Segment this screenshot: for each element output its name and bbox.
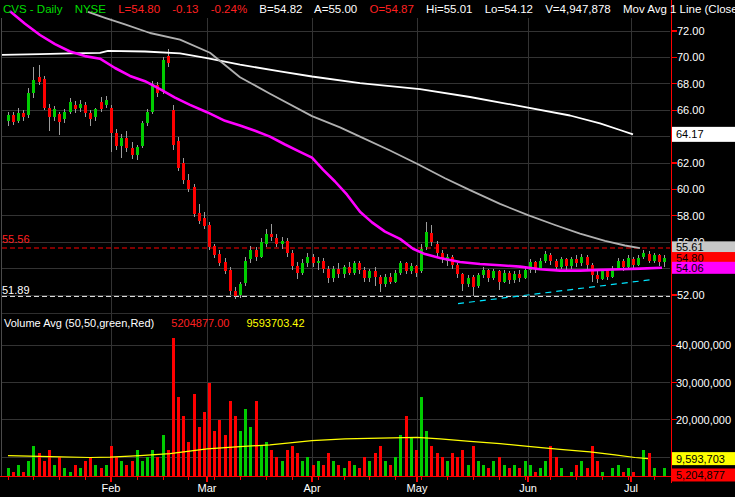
axes-layer[interactable] [0, 0, 677, 483]
quote-header: CVS - Daily NYSE L=54.80 -0.13 -0.24% B=… [3, 3, 735, 16]
low-value: Lo=54.12 [485, 3, 533, 15]
candle [622, 261, 625, 268]
candle [146, 112, 149, 124]
candle [244, 261, 247, 283]
candle [399, 263, 402, 272]
svg-text:68.00: 68.00 [677, 78, 705, 90]
candle [322, 261, 325, 269]
candle [498, 271, 501, 282]
ma-200-line[interactable] [2, 51, 633, 135]
candle [63, 112, 66, 120]
candle [74, 105, 77, 109]
candle [234, 291, 237, 296]
candle [208, 225, 211, 247]
candle [125, 138, 128, 149]
candle [596, 275, 599, 279]
candle [658, 255, 661, 262]
candle [353, 263, 356, 272]
candle [461, 274, 464, 285]
candle [224, 262, 227, 271]
svg-text:52.00: 52.00 [677, 289, 705, 301]
price-change-percent: -0.24% [211, 3, 247, 15]
candle [260, 242, 263, 257]
candle [601, 271, 604, 279]
candle [249, 250, 252, 259]
candle [312, 257, 315, 264]
candle [296, 266, 299, 273]
moving-averages-layer[interactable] [2, 11, 662, 270]
candle [384, 277, 387, 285]
candle [193, 187, 196, 215]
candle [363, 270, 366, 278]
candle [410, 266, 413, 271]
svg-text:66.00: 66.00 [677, 104, 705, 116]
candle [239, 284, 242, 295]
candle [627, 258, 630, 267]
chart-canvas[interactable]: 72.0070.0068.0066.0062.0060.0058.0056.00… [0, 0, 735, 497]
candle [544, 254, 547, 261]
price-change: -0.13 [172, 3, 198, 15]
candle [43, 79, 46, 108]
candle [84, 105, 87, 113]
svg-text:9,593,703: 9,593,703 [676, 453, 725, 465]
candle [467, 278, 470, 285]
exchange-label: NYSE [75, 3, 106, 15]
candle [94, 109, 97, 117]
candle [580, 257, 583, 264]
candle [337, 269, 340, 274]
candle [575, 259, 578, 263]
candle [348, 267, 351, 272]
svg-text:60.00: 60.00 [677, 183, 705, 195]
candle [317, 261, 320, 264]
candle [415, 266, 418, 273]
candle [17, 113, 20, 121]
candle [648, 254, 651, 261]
candle [182, 163, 185, 180]
candle [405, 263, 408, 271]
candle [7, 115, 10, 120]
candle [281, 241, 284, 244]
svg-text:64.17: 64.17 [676, 128, 704, 140]
candles-layer[interactable] [7, 56, 667, 296]
candle [477, 275, 480, 286]
candle [482, 270, 485, 275]
svg-text:58.00: 58.00 [677, 210, 705, 222]
high-value: Hi=55.01 [426, 3, 472, 15]
candle [570, 259, 573, 266]
trendline[interactable] [458, 280, 650, 304]
ma-gray-line[interactable] [88, 12, 640, 248]
candle [69, 102, 72, 111]
candle [141, 123, 144, 145]
svg-text:40,000,000: 40,000,000 [676, 339, 731, 351]
candle [492, 271, 495, 278]
svg-text:5,204,877: 5,204,877 [676, 469, 725, 481]
last-price: L=54.80 [118, 3, 160, 15]
candle [513, 274, 516, 281]
candle [265, 234, 268, 243]
svg-text:72.00: 72.00 [677, 25, 705, 37]
candle [229, 270, 232, 291]
candle [425, 232, 428, 248]
candle [617, 261, 620, 269]
candle [456, 265, 459, 274]
month-label: Jun [519, 482, 537, 494]
candle [332, 269, 335, 278]
candle [213, 246, 216, 255]
candle [286, 241, 289, 253]
candle [105, 100, 108, 105]
candle [32, 80, 35, 93]
candle [642, 253, 645, 257]
svg-text:20,000,000: 20,000,000 [676, 414, 731, 426]
candle [151, 84, 154, 112]
candle [167, 56, 170, 63]
candle [218, 254, 221, 263]
candle [539, 261, 542, 269]
volume-value: V=4,947,878 [545, 3, 611, 15]
volume-bars-layer[interactable] [7, 338, 667, 477]
candle [100, 102, 103, 109]
candle [472, 277, 475, 288]
candle [508, 273, 511, 281]
candle [653, 255, 656, 260]
candle [358, 263, 361, 270]
candle [549, 255, 552, 260]
